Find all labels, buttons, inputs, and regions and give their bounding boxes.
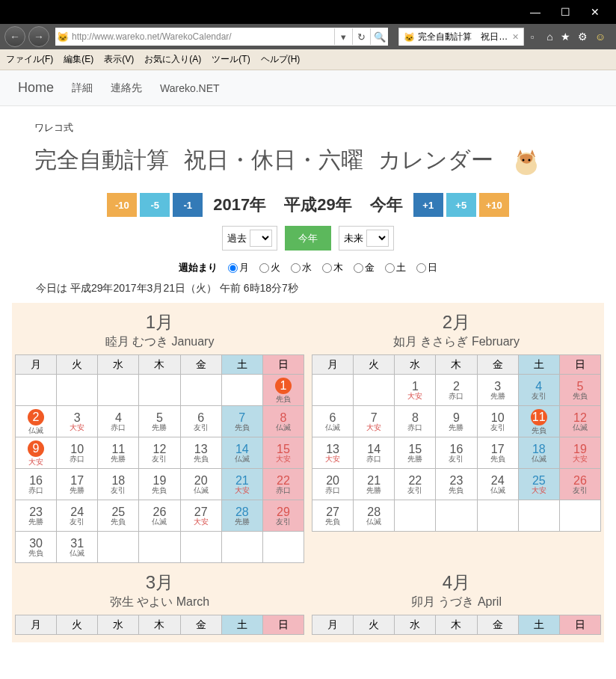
calendar-cell[interactable]: 6友引 bbox=[180, 406, 221, 437]
year-minus-10-button[interactable]: -10 bbox=[107, 193, 137, 217]
calendar-cell[interactable]: 16友引 bbox=[436, 437, 477, 469]
calendar-cell[interactable]: 20赤口 bbox=[312, 469, 354, 500]
menu-view[interactable]: 表示(V) bbox=[104, 53, 134, 66]
settings-icon[interactable]: ⚙ bbox=[578, 31, 588, 43]
calendar-cell[interactable]: 12仏滅 bbox=[559, 406, 600, 437]
calendar-cell[interactable]: 29友引 bbox=[262, 500, 304, 532]
calendar-cell[interactable]: 21大安 bbox=[221, 469, 262, 500]
calendar-cell[interactable]: 28先勝 bbox=[221, 500, 262, 532]
calendar-cell[interactable]: 5先勝 bbox=[139, 406, 180, 437]
calendar-cell[interactable]: 1大安 bbox=[395, 375, 436, 406]
calendar-cell[interactable]: 8赤口 bbox=[395, 406, 436, 437]
calendar-cell[interactable]: 14赤口 bbox=[354, 437, 395, 469]
calendar-cell[interactable]: 9大安 bbox=[16, 437, 57, 469]
year-plus-1-button[interactable]: +1 bbox=[413, 193, 443, 217]
year-minus-1-button[interactable]: -1 bbox=[173, 193, 203, 217]
address-bar[interactable]: 🐱 http://www.wareko.net/WarekoCalendar/ … bbox=[55, 28, 388, 46]
refresh-button[interactable]: ↻ bbox=[352, 28, 370, 45]
browser-tab[interactable]: 🐱 完全自動計算 祝日… ✕ bbox=[398, 28, 524, 46]
week-tue-radio[interactable]: 火 bbox=[259, 261, 280, 274]
calendar-cell[interactable]: 4友引 bbox=[518, 375, 559, 406]
calendar-cell[interactable]: 15先勝 bbox=[395, 437, 436, 469]
calendar-cell[interactable]: 5先負 bbox=[559, 375, 600, 406]
year-minus-5-button[interactable]: -5 bbox=[140, 193, 170, 217]
calendar-cell[interactable]: 24仏滅 bbox=[477, 469, 518, 500]
tab-close-icon[interactable]: ✕ bbox=[511, 32, 519, 42]
favorites-icon[interactable]: ★ bbox=[561, 31, 570, 43]
calendar-cell[interactable]: 4赤口 bbox=[98, 406, 139, 437]
feedback-icon[interactable]: ☺ bbox=[595, 31, 606, 43]
calendar-cell[interactable]: 22友引 bbox=[395, 469, 436, 500]
forward-button[interactable]: → bbox=[28, 26, 49, 47]
calendar-cell[interactable]: 11先負 bbox=[518, 406, 559, 437]
week-fri-radio[interactable]: 金 bbox=[354, 261, 375, 274]
week-thu-radio[interactable]: 木 bbox=[322, 261, 343, 274]
menu-help[interactable]: ヘルプ(H) bbox=[261, 53, 301, 66]
calendar-cell[interactable]: 12友引 bbox=[139, 437, 180, 469]
calendar-cell[interactable]: 1先負 bbox=[262, 375, 304, 406]
nav-contact[interactable]: 連絡先 bbox=[111, 82, 142, 95]
calendar-cell[interactable]: 13先負 bbox=[180, 437, 221, 469]
calendar-cell[interactable]: 30先負 bbox=[16, 532, 57, 563]
nav-detail[interactable]: 詳細 bbox=[72, 82, 93, 95]
calendar-cell[interactable]: 18友引 bbox=[98, 469, 139, 500]
calendar-cell[interactable]: 14仏滅 bbox=[221, 437, 262, 469]
menu-file[interactable]: ファイル(F) bbox=[6, 53, 53, 66]
calendar-cell[interactable]: 17先勝 bbox=[57, 469, 98, 500]
calendar-cell[interactable]: 27先負 bbox=[312, 500, 354, 532]
calendar-cell[interactable]: 7大安 bbox=[354, 406, 395, 437]
week-sat-radio[interactable]: 土 bbox=[385, 261, 406, 274]
calendar-cell[interactable]: 9先勝 bbox=[436, 406, 477, 437]
calendar-cell[interactable]: 24友引 bbox=[57, 500, 98, 532]
dropdown-icon[interactable]: ▾ bbox=[334, 28, 352, 45]
calendar-cell[interactable]: 20仏滅 bbox=[180, 469, 221, 500]
calendar-cell[interactable]: 19先負 bbox=[139, 469, 180, 500]
year-plus-10-button[interactable]: +10 bbox=[479, 193, 509, 217]
calendar-cell[interactable]: 8仏滅 bbox=[262, 406, 304, 437]
calendar-cell[interactable]: 16赤口 bbox=[16, 469, 57, 500]
calendar-cell[interactable]: 6仏滅 bbox=[312, 406, 354, 437]
week-mon-radio[interactable]: 月 bbox=[228, 261, 249, 274]
calendar-cell[interactable]: 23先負 bbox=[436, 469, 477, 500]
calendar-cell[interactable]: 10友引 bbox=[477, 406, 518, 437]
calendar-cell[interactable]: 25大安 bbox=[518, 469, 559, 500]
calendar-cell[interactable]: 18仏滅 bbox=[518, 437, 559, 469]
year-plus-5-button[interactable]: +5 bbox=[446, 193, 476, 217]
calendar-cell[interactable]: 22赤口 bbox=[262, 469, 304, 500]
past-select[interactable] bbox=[250, 230, 272, 247]
calendar-cell[interactable]: 26友引 bbox=[559, 469, 600, 500]
calendar-cell[interactable]: 28仏滅 bbox=[354, 500, 395, 532]
calendar-cell[interactable]: 15大安 bbox=[262, 437, 304, 469]
new-tab-button[interactable]: ▫ bbox=[527, 28, 538, 45]
nav-wareko[interactable]: Wareko.NET bbox=[160, 82, 220, 94]
calendar-cell[interactable]: 13大安 bbox=[312, 437, 354, 469]
menu-edit[interactable]: 編集(E) bbox=[64, 53, 93, 66]
home-icon[interactable]: ⌂ bbox=[546, 31, 552, 43]
search-icon[interactable]: 🔍 bbox=[370, 28, 388, 45]
calendar-cell[interactable]: 31仏滅 bbox=[57, 532, 98, 563]
calendar-cell[interactable]: 26仏滅 bbox=[139, 500, 180, 532]
calendar-cell[interactable]: 3先勝 bbox=[477, 375, 518, 406]
calendar-cell[interactable]: 27大安 bbox=[180, 500, 221, 532]
this-year-button[interactable]: 今年 bbox=[285, 226, 331, 251]
calendar-cell[interactable]: 23先勝 bbox=[16, 500, 57, 532]
calendar-cell[interactable]: 3大安 bbox=[57, 406, 98, 437]
calendar-cell[interactable]: 2仏滅 bbox=[16, 406, 57, 437]
nav-home[interactable]: Home bbox=[18, 80, 54, 96]
window-maximize-button[interactable]: ☐ bbox=[550, 1, 580, 22]
calendar-cell[interactable]: 2赤口 bbox=[436, 375, 477, 406]
calendar-cell[interactable]: 19大安 bbox=[559, 437, 600, 469]
calendar-cell[interactable]: 25先負 bbox=[98, 500, 139, 532]
future-select[interactable] bbox=[366, 230, 389, 247]
window-close-button[interactable]: ✕ bbox=[580, 1, 610, 22]
calendar-cell[interactable]: 11先勝 bbox=[98, 437, 139, 469]
week-sun-radio[interactable]: 日 bbox=[416, 261, 437, 274]
calendar-cell[interactable]: 21先勝 bbox=[354, 469, 395, 500]
calendar-cell[interactable]: 7先負 bbox=[221, 406, 262, 437]
back-button[interactable]: ← bbox=[4, 26, 25, 47]
menu-favorites[interactable]: お気に入り(A) bbox=[144, 53, 201, 66]
week-wed-radio[interactable]: 水 bbox=[291, 261, 312, 274]
calendar-cell[interactable]: 17先負 bbox=[477, 437, 518, 469]
window-minimize-button[interactable]: — bbox=[520, 1, 550, 22]
menu-tools[interactable]: ツール(T) bbox=[212, 53, 250, 66]
